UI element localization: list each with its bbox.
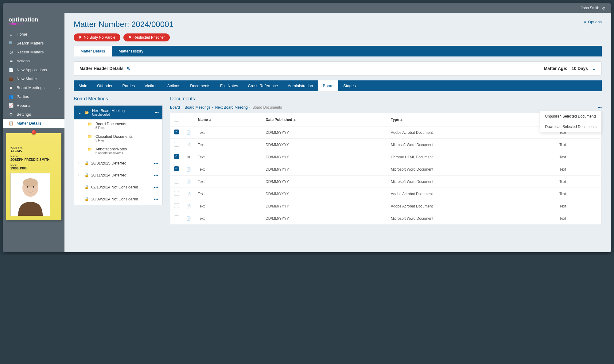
past-meeting-row[interactable]: 🔒02/10/2024 Not Considered•••: [74, 181, 162, 193]
matter-age-value: 10 Days: [572, 66, 588, 71]
cell-date: DD/MM/YYYY: [262, 188, 388, 200]
chevron-down-icon[interactable]: ⌄: [592, 66, 596, 71]
options-button[interactable]: ≡ Options: [584, 20, 602, 24]
table-row[interactable]: 📄TextDD/MM/YYYYMicrosoft Word DocumentTe…: [170, 176, 602, 188]
table-row[interactable]: 🗎TextDD/MM/YYYYChrome HTML DocumentText: [170, 151, 602, 163]
row-checkbox[interactable]: [174, 154, 179, 159]
tab-parties[interactable]: Parties: [118, 80, 140, 91]
tab-documents[interactable]: Documents: [185, 80, 215, 91]
chevron-down-icon: ⌄: [58, 86, 61, 89]
table-row[interactable]: 📄TextDD/MM/YYYYMicrosoft Word DocumentTe…: [170, 212, 602, 225]
nav-settings[interactable]: ⚙Settings⌄: [3, 110, 64, 119]
people-icon: 👥: [9, 94, 14, 99]
select-all-checkbox[interactable]: [174, 117, 179, 122]
folder-annotations[interactable]: 📁 Annotations/Notes5 Annotations/Notes: [74, 145, 162, 157]
row-checkbox[interactable]: [174, 130, 179, 134]
folder-classified-documents[interactable]: 📁 Classified Documents3 Files: [74, 132, 162, 145]
logo: optimation connect: [3, 13, 64, 28]
nav-new-applications[interactable]: 📄New Applications: [3, 65, 64, 74]
tab-cross-reference[interactable]: Cross Reference: [243, 80, 283, 91]
edit-icon[interactable]: ✎: [126, 66, 130, 71]
cell-name: Text: [195, 163, 263, 176]
more-icon[interactable]: •••: [154, 185, 159, 189]
past-meeting-row[interactable]: 🔒20/09/2024 Not Considered•••: [74, 193, 162, 205]
badge-no-body-no-parole: ⚑No Body No Parole: [74, 33, 120, 41]
col-type[interactable]: Type◆: [388, 113, 556, 126]
cell-extra: Text: [556, 139, 601, 151]
crumb[interactable]: Board Meetings: [185, 105, 210, 110]
table-row[interactable]: 📄TextDD/MM/YYYYMicrosoft Word DocumentTe…: [170, 163, 602, 176]
chevron-right-icon: ›: [78, 161, 81, 165]
nav-search[interactable]: 🔍Search Matters: [3, 39, 64, 48]
col-name[interactable]: Name◆: [195, 113, 263, 126]
detail-icon: 📋: [9, 121, 14, 126]
menu-unpublish[interactable]: Unpublish Selected Documents: [540, 111, 601, 122]
cell-date: DD/MM/YYYY: [262, 126, 388, 139]
row-checkbox[interactable]: [174, 203, 179, 208]
table-row[interactable]: 📄TextDD/MM/YYYYAdobe Acrobat DocumentTex…: [170, 126, 602, 139]
nav-board-meetings[interactable]: ■Board Meetings⌄: [3, 83, 64, 92]
cell-date: DD/MM/YYYY: [262, 176, 388, 188]
nav-home[interactable]: ⌂Home: [3, 30, 64, 39]
pdf-icon: 📄: [186, 192, 191, 196]
current-meeting-sub: Unscheduled: [92, 113, 125, 116]
menu-download[interactable]: Download Selected Documents: [540, 122, 601, 132]
nav-label: Reports: [17, 103, 31, 108]
row-checkbox[interactable]: [174, 166, 179, 171]
table-row[interactable]: 📄TextDD/MM/YYYYAdobe Acrobat DocumentTex…: [170, 188, 602, 200]
header-panel-title: Matter Header Details: [80, 66, 123, 71]
tree-current-meeting[interactable]: ⌄ 📂 Next Board Meeting Unscheduled •••: [74, 106, 162, 119]
video-icon: ■: [9, 85, 14, 90]
nav-new-matter[interactable]: 💼New Matter: [3, 74, 64, 83]
file-icon: 📄: [9, 68, 14, 72]
board-meetings-tree: ⌄ 📂 Next Board Meeting Unscheduled ••• 📁…: [74, 105, 163, 205]
tab-board[interactable]: Board: [318, 80, 339, 91]
cell-type: Microsoft Word Document: [388, 139, 556, 151]
header-panel: Matter Header Details ✎ Matter Age: 10 D…: [74, 61, 602, 76]
board-meetings-title: Board Meetings: [74, 96, 163, 102]
nav-matter-details[interactable]: 📋Matter Details: [3, 119, 64, 128]
cell-type: Microsoft Word Document: [388, 212, 556, 225]
nav-label: Settings: [17, 112, 31, 117]
more-icon[interactable]: •••: [154, 173, 159, 177]
nav-actions[interactable]: ≣Actions: [3, 56, 64, 65]
folder-icon: 📁: [87, 134, 92, 139]
row-checkbox[interactable]: [174, 215, 179, 220]
nav-reports[interactable]: 📈Reports: [3, 101, 64, 110]
nav-parties[interactable]: 👥Parties: [3, 92, 64, 101]
crumb[interactable]: Board: [170, 105, 180, 110]
tab-matter-history[interactable]: Matter History: [112, 46, 150, 56]
table-row[interactable]: 📄TextDD/MM/YYYYAdobe Acrobat DocumentTex…: [170, 200, 602, 212]
tab-matter-details[interactable]: Matter Details: [74, 46, 112, 56]
tab-file-notes[interactable]: File Notes: [215, 80, 243, 91]
tab-actions[interactable]: Actions: [162, 80, 185, 91]
tab-administration[interactable]: Administration: [283, 80, 318, 91]
row-checkbox[interactable]: [174, 179, 179, 184]
tab-stages[interactable]: Stages: [338, 80, 360, 91]
folder-board-documents[interactable]: 📁 Board Documents5 Files: [74, 119, 162, 132]
board-meetings-column: Board Meetings ⌄ 📂 Next Board Meeting Un…: [74, 96, 163, 225]
tab-victims[interactable]: Victims: [140, 80, 162, 91]
tab-main[interactable]: Main: [74, 80, 92, 91]
row-checkbox[interactable]: [174, 191, 179, 196]
documents-title: Documents: [170, 96, 602, 102]
table-row[interactable]: 📄TextDD/MM/YYYYMicrosoft Word DocumentTe…: [170, 139, 602, 151]
row-checkbox[interactable]: [174, 142, 179, 147]
meeting-date: 02/10/2024 Not Considered: [91, 185, 138, 189]
current-meeting-title: Next Board Meeting: [92, 109, 125, 113]
cell-name: Text: [195, 151, 263, 163]
nav-recent[interactable]: ◷Recent Matters: [3, 48, 64, 56]
cell-type: Microsoft Word Document: [388, 163, 556, 176]
more-icon[interactable]: •••: [154, 197, 159, 201]
logout-icon[interactable]: ⎋: [602, 6, 605, 10]
col-date[interactable]: Date Published◆: [262, 113, 388, 126]
past-meeting-row[interactable]: ›🔒20/11/2024 Deferred•••: [74, 169, 162, 181]
crumb[interactable]: Next Board Meeting: [215, 105, 248, 110]
more-icon[interactable]: •••: [154, 161, 159, 165]
cell-type: Adobe Acrobat Document: [388, 126, 556, 139]
past-meeting-row[interactable]: ›🔒20/01/2025 Deferred•••: [74, 157, 162, 169]
documents-more-icon[interactable]: •••: [598, 105, 602, 110]
more-icon[interactable]: •••: [155, 110, 159, 115]
tab-offender[interactable]: Offender: [92, 80, 117, 91]
chevron-right-icon: ›: [78, 173, 81, 177]
